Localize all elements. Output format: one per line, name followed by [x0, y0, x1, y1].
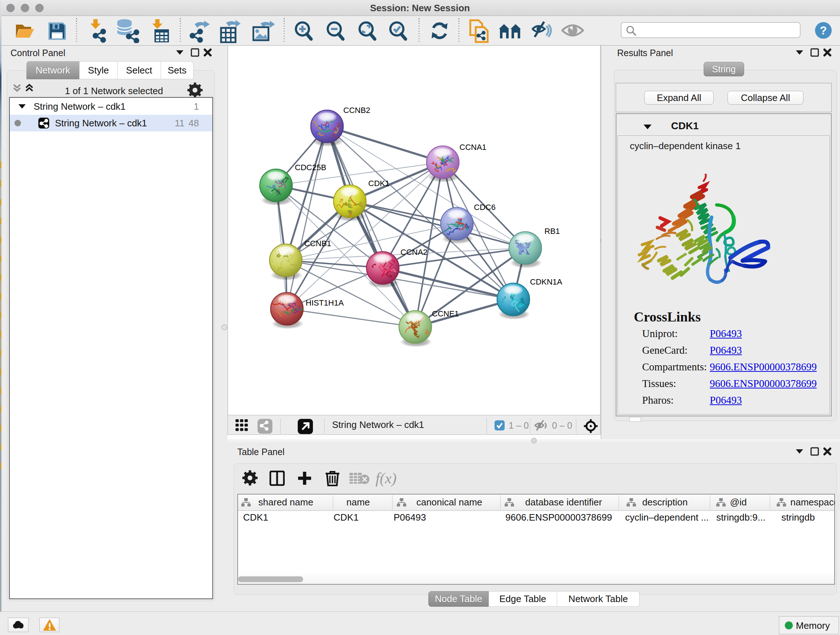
svg-text:CDKN1A: CDKN1A	[530, 277, 562, 287]
svg-text:CDC6: CDC6	[474, 203, 496, 212]
svg-text:CDC25B: CDC25B	[295, 163, 326, 172]
svg-text:HIST1H1A: HIST1H1A	[306, 298, 344, 307]
svg-text:CCNB1: CCNB1	[304, 239, 332, 248]
svg-text:CCNA2: CCNA2	[401, 248, 428, 257]
svg-text:CCNB2: CCNB2	[343, 106, 370, 115]
svg-text:RB1: RB1	[545, 226, 560, 236]
svg-text:CCNE1: CCNE1	[432, 309, 459, 318]
svg-text:CDK1: CDK1	[368, 179, 390, 188]
svg-text:CCNA1: CCNA1	[459, 143, 486, 152]
